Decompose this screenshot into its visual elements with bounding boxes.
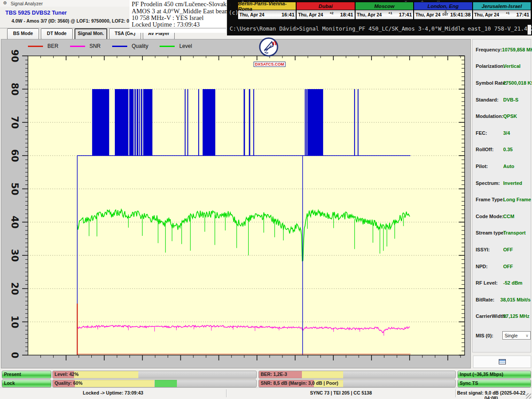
- clock-city-header: Moscow: [356, 2, 413, 10]
- clock-offset-value: +2: [330, 12, 334, 15]
- param-value: 37,125 MHz: [503, 313, 529, 319]
- clock-city-header: Dubai: [297, 2, 354, 10]
- statusbar-best-signal: Best signal: 9,0 dB (2025-04-22 04:08): [456, 390, 527, 399]
- param-value: Long Frame: [503, 197, 531, 202]
- param-value: Transport: [503, 230, 526, 235]
- note-line-dish: PF Prodelin 450 cm/Lučenec-Slovakia: [129, 1, 226, 8]
- clock-column: London, Eng Thu, Apr 24 -1 DST 15:41:38: [414, 2, 472, 20]
- tuner-name: TBS 5925 DVBS2 Tuner: [5, 10, 67, 16]
- mode-tab[interactable]: BS Mode: [7, 28, 39, 39]
- param-label: Pilot:: [473, 164, 503, 169]
- clock-column: Dubai Thu, Apr 24 +2 18:41: [296, 2, 355, 20]
- clock-time: 17:41: [399, 12, 412, 17]
- note-line-uptime: Locked Uptime : 73:09:43: [129, 21, 226, 29]
- clock-offset-value: +1: [506, 12, 510, 15]
- param-label: Spectrum:: [473, 180, 503, 186]
- clock-body: Thu, Apr 24 16:41: [238, 10, 296, 20]
- svg-text:20: 20: [9, 282, 20, 295]
- clock-city-header: Berlin-Paris-Vienna-Roma: [238, 2, 296, 10]
- mode-tab-label: BS Mode: [13, 31, 33, 36]
- clock-city-header: London, Eng: [414, 2, 472, 10]
- param-row: CarrierWidth: 37,125 MHz: [473, 308, 531, 325]
- terminal-command-line: C:\Users\Roman Dávid>Signal Monitoring_P…: [230, 25, 532, 32]
- clock-city-label: Jerusalem-Israel: [481, 4, 522, 9]
- input-label: Input (~36,35 Mbps): [458, 371, 531, 378]
- meter-label: Level: 42%: [55, 371, 78, 378]
- svg-text:50: 50: [9, 182, 20, 195]
- app-icon: ⚙: [3, 0, 7, 5]
- meter-label: BER: 1,2E-3: [261, 371, 287, 378]
- param-label: RF Level:: [473, 280, 503, 286]
- legend-item: SNR: [70, 43, 101, 49]
- clock-date: Thu, Apr 24: [298, 12, 323, 17]
- legend-label: BER: [47, 43, 59, 49]
- param-row: Frame Type: Long Frame: [473, 191, 531, 208]
- mis-dropdown[interactable]: Single ∨: [502, 331, 531, 340]
- clock-date: Thu, Apr 24: [357, 12, 382, 17]
- clock-body: Thu, Apr 24 +2 18:41: [297, 10, 354, 20]
- clock-offset: +2: [330, 12, 334, 15]
- mode-tab[interactable]: DT Mode: [41, 28, 73, 39]
- param-label: BitRate:: [473, 297, 501, 302]
- param-value: OFF: [503, 247, 513, 252]
- clock-time: 17:41: [516, 12, 529, 17]
- param-label: ISSYI:: [473, 247, 503, 252]
- svg-text:0: 0: [9, 352, 20, 359]
- param-label: Stream type:: [473, 230, 503, 235]
- input-indicator: Input (~36,35 Mbps): [458, 371, 531, 379]
- chevron-down-icon: ∨: [525, 333, 528, 338]
- legend-label: SNR: [90, 43, 101, 49]
- param-row: NPD: OFF: [473, 258, 531, 275]
- legend-line-swatch: [160, 46, 175, 47]
- clock-body: Thu, Apr 24 +1 17:41: [356, 10, 413, 20]
- mode-tab[interactable]: Signal Mon.: [74, 28, 107, 40]
- lock-label: Lock: [2, 380, 51, 387]
- param-label: RollOff:: [473, 147, 503, 152]
- meter-label: Quality: 60%: [55, 380, 82, 387]
- mis-label: MIS (0):: [473, 333, 501, 338]
- clock-city-label: Dubai: [319, 4, 333, 9]
- param-label: Frame Type:: [473, 197, 503, 202]
- clock-body: Thu, Apr 24 +1 17:41: [473, 10, 531, 20]
- clock-offset: +1: [388, 12, 392, 15]
- mode-tab-label: Signal Mon.: [78, 31, 104, 36]
- console-button[interactable]: [473, 356, 531, 368]
- param-row: Stream type: Transport: [473, 225, 531, 242]
- svg-text:90: 90: [9, 49, 20, 62]
- param-value: 3/4: [503, 130, 510, 136]
- mode-tab-label: DT Mode: [47, 31, 66, 36]
- svg-text:10: 10: [9, 315, 20, 328]
- resize-grip[interactable]: [526, 393, 531, 399]
- clock-time: 18:41: [340, 12, 353, 17]
- param-value: 10759,858 MHz: [502, 47, 532, 52]
- legend-line-swatch: [112, 46, 127, 47]
- clock-city-label: London, Eng: [427, 4, 458, 9]
- param-row: Polarization: Vertical: [473, 58, 531, 75]
- param-label: NPD:: [473, 264, 503, 269]
- param-row: BitRate: 38,015 Mbit/s: [473, 291, 531, 308]
- mis-row: MIS (0): Single ∨: [473, 331, 531, 340]
- clock-offset: +1: [506, 12, 510, 15]
- param-value: OFF: [503, 264, 513, 269]
- param-row: Frequency: 10759,858 MHz: [473, 41, 531, 58]
- svg-text:70: 70: [9, 116, 20, 129]
- param-value: Auto: [503, 164, 514, 169]
- param-row: Code Mode: CCM: [473, 208, 531, 225]
- dxsatcs-logo-caption: DXSATCS.COM: [254, 62, 286, 67]
- sync-ts-indicator: Sync TS: [458, 379, 531, 387]
- param-value: DVB-S: [503, 97, 518, 102]
- param-value: Vertical: [503, 63, 520, 69]
- param-row: RollOff: 0.35: [473, 141, 531, 158]
- chart-legend: BER SNR Quality Level: [28, 43, 192, 49]
- clock-body: Thu, Apr 24 -1 DST 15:41:38: [414, 10, 472, 20]
- param-label: Polarization:: [473, 63, 503, 69]
- clock-column: Jerusalem-Israel Thu, Apr 24 +1 17:41: [473, 2, 531, 20]
- param-row: FEC: 3/4: [473, 125, 531, 141]
- app-title: Signal Analyzer: [11, 1, 43, 6]
- param-label: Symbol Rate:: [473, 80, 503, 86]
- annotation-note: PF Prodelin 450 cm/Lučenec-Slovakia AMOS…: [129, 0, 226, 33]
- clock-column: Berlin-Paris-Vienna-Roma Thu, Apr 24 16:…: [238, 2, 296, 20]
- signal-params-list: Frequency: 10759,858 MHz Polarization: V…: [473, 41, 531, 325]
- param-row: RF Level: -52 dBm: [473, 274, 531, 291]
- terminal-scrollbar[interactable]: [528, 25, 531, 35]
